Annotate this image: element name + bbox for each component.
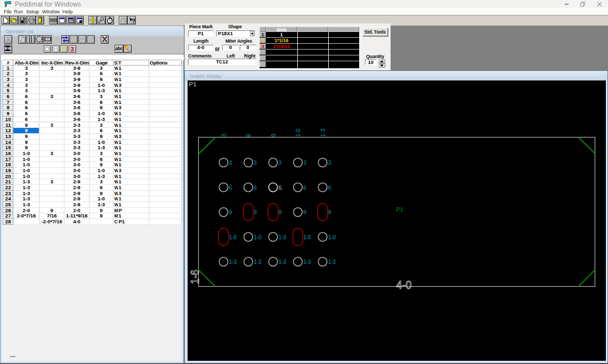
svg-text:6: 6 [303, 185, 306, 191]
svg-text:6: 6 [254, 185, 257, 191]
svg-text:9: 9 [303, 209, 306, 215]
svg-text:6: 6 [229, 185, 232, 191]
svg-text:1-3: 1-3 [229, 259, 237, 265]
svg-text:P1: P1 [396, 206, 403, 213]
svg-text:1-0: 1-0 [254, 234, 262, 240]
svg-text:1-6: 1-6 [188, 270, 201, 284]
svg-text:1-3: 1-3 [328, 259, 336, 265]
svg-text:3: 3 [221, 134, 227, 137]
svg-text:1-0: 1-0 [303, 234, 311, 240]
svg-text:1-0: 1-0 [328, 234, 336, 240]
svg-text:4-0: 4-0 [396, 278, 412, 292]
svg-text:1-3: 1-3 [303, 259, 311, 265]
svg-text:3: 3 [229, 160, 232, 166]
svg-text:1-3: 1-3 [320, 128, 326, 136]
svg-text:1-0: 1-0 [295, 128, 301, 136]
svg-text:9: 9 [279, 209, 282, 215]
svg-text:P1: P1 [189, 81, 197, 87]
svg-text:3: 3 [303, 160, 306, 166]
svg-text:9: 9 [328, 209, 331, 215]
svg-text:1-3: 1-3 [279, 259, 287, 265]
svg-text:1-0: 1-0 [279, 234, 287, 240]
svg-text:6: 6 [245, 134, 252, 137]
svg-text:6: 6 [328, 185, 331, 191]
svg-text:1-0: 1-0 [229, 234, 237, 240]
svg-text:3: 3 [328, 160, 331, 166]
svg-text:6.: 6. [279, 185, 283, 191]
svg-text:9: 9 [229, 209, 232, 215]
svg-text:9: 9 [270, 134, 277, 137]
svg-text:3: 3 [254, 160, 257, 166]
svg-text:9: 9 [254, 209, 257, 215]
svg-text:3: 3 [279, 160, 282, 166]
svg-text:1-3: 1-3 [254, 259, 262, 265]
